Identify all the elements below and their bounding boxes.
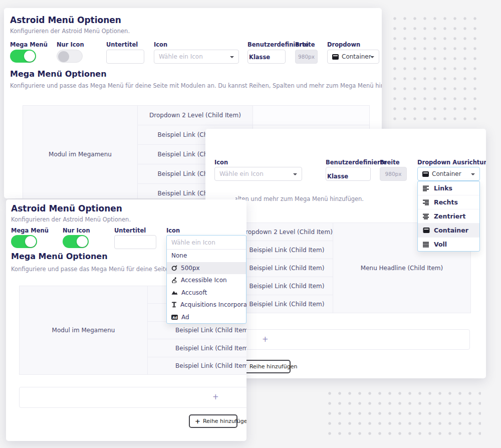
- dropdown-label: Dropdown: [327, 41, 360, 48]
- add-row-button-label: Reihe hinzufügen: [249, 363, 298, 370]
- section-subtitle: Konfiguriere und passe das Mega Menü für…: [10, 82, 382, 89]
- icon-option-ad[interactable]: Ad Ad: [167, 311, 246, 324]
- menu-options-card-right: Icon Benutzerdefinierte Klasse Breite Dr…: [205, 129, 486, 378]
- mega-menu-toggle[interactable]: [10, 50, 36, 63]
- icon-select-placeholder: Wähle ein Icon: [219, 170, 264, 177]
- acquisitions-incorporated-icon: [171, 302, 177, 308]
- align-justify-icon: [423, 242, 430, 248]
- toggle-knob: [77, 236, 88, 247]
- menu-item-cell[interactable]: Beispiel Link (Child Item): [240, 277, 333, 295]
- menu-item-cell[interactable]: Beispiel Link (Child Item): [147, 357, 246, 375]
- chevron-down-icon: [293, 173, 297, 175]
- icon-select[interactable]: Wähle ein Icon: [214, 167, 302, 181]
- untertitel-input[interactable]: [114, 235, 156, 249]
- module-cell[interactable]: Modul im Megamenu: [19, 286, 148, 375]
- toggle-knob: [58, 51, 69, 62]
- dropdown-ausrichtung-select[interactable]: Container: [417, 167, 480, 181]
- module-cell[interactable]: Modul im Megamenu: [23, 105, 138, 198]
- nur-icon-label: Nur Icon: [63, 227, 90, 234]
- container-icon: [423, 228, 430, 233]
- mega-menu-toggle[interactable]: [11, 235, 37, 248]
- icon-option-label: 500px: [181, 265, 200, 272]
- icon-option-accusoft[interactable]: Accusoft: [167, 287, 246, 299]
- accessible-icon: [171, 277, 177, 283]
- dropdown-option-label: Voll: [434, 241, 447, 248]
- icon-option-acquisitions-incorporated[interactable]: Acquisitions Incorporated: [167, 299, 246, 311]
- custom-class-label: Benutzerdefinierte: [326, 159, 387, 166]
- nur-icon-label: Nur Icon: [57, 41, 84, 48]
- untertitel-label: Untertitel: [106, 41, 138, 48]
- plus-icon[interactable]: +: [262, 335, 269, 344]
- 500px-icon: [171, 265, 177, 271]
- icon-label: Icon: [154, 41, 167, 48]
- menu-item-cell[interactable]: Beispiel Link (Child Item): [147, 321, 246, 339]
- chevron-down-icon: [370, 56, 374, 58]
- toggle-knob: [25, 236, 36, 247]
- align-center-icon: [423, 213, 430, 219]
- accusoft-icon: [171, 290, 178, 295]
- icon-select-placeholder: Wähle ein Icon: [159, 53, 203, 60]
- icon-label: Icon: [214, 159, 228, 166]
- dropdown-option-container[interactable]: Container: [418, 223, 479, 237]
- nur-icon-toggle[interactable]: [57, 50, 83, 63]
- page-title: Astroid Menü Optionen: [10, 15, 121, 25]
- menu-item-cell[interactable]: Beispiel Link (Child Item): [240, 259, 333, 277]
- add-row-button-label: Reihe hinzufügen: [203, 418, 246, 424]
- dropdown-option-label: Rechts: [434, 198, 458, 206]
- menu-item-cell[interactable]: Beispiel Link (Child Item): [147, 339, 246, 357]
- dropdown-select[interactable]: Container: [327, 50, 379, 64]
- dot-pattern-top-right: [390, 14, 479, 121]
- icon-search-input[interactable]: Wähle ein Icon: [167, 236, 246, 250]
- section-subtitle: Konfiguriere und passe das Mega Menü für…: [235, 195, 364, 202]
- icon-option-label: Acquisitions Incorporated: [180, 301, 246, 308]
- icon-option-label: None: [171, 252, 187, 259]
- dot-pattern-bottom-right: [325, 388, 481, 437]
- menu-item-cell[interactable]: Dropdown 2 Level (Child Item): [240, 222, 333, 241]
- add-row-button[interactable]: + Reihe hinzufügen: [189, 414, 237, 428]
- icon-option-label: Ad: [181, 314, 189, 321]
- icon-option-accessible-icon[interactable]: Accessible Icon: [167, 274, 246, 287]
- section-subtitle-clip: Konfiguriere und passe das Mega Menü für…: [235, 195, 365, 203]
- dropdown-select-value: Container: [432, 170, 461, 177]
- page-title: Astroid Menü Optionen: [11, 203, 122, 213]
- icon-label: Icon: [166, 227, 180, 234]
- menu-item-cell[interactable]: Dropdown 2 Level (Child Item): [137, 105, 253, 125]
- dropdown-option-label: Container: [434, 227, 468, 234]
- dropdown-option-label: Links: [434, 184, 452, 192]
- dropdown-option-rechts[interactable]: Rechts: [418, 195, 479, 209]
- page-subtitle: Konfigurieren der Astroid Menü Optionen.: [11, 216, 131, 223]
- empty-column-cell[interactable]: [253, 105, 370, 125]
- icon-picker-dropdown: Wähle ein Icon None 500px Accessible Ico…: [166, 235, 246, 324]
- icon-option-500px[interactable]: 500px: [167, 262, 246, 275]
- section-title: Mega Menü Optionen: [11, 252, 108, 261]
- icon-option-label: Accusoft: [181, 289, 207, 296]
- container-icon: [422, 171, 429, 177]
- plus-icon[interactable]: +: [212, 392, 219, 401]
- chevron-down-icon: [230, 56, 234, 58]
- dropdown-option-zentriert[interactable]: Zentriert: [418, 209, 479, 223]
- mega-menu-label: Mega Menü: [10, 41, 48, 48]
- align-left-icon: [423, 185, 430, 191]
- dropdown-option-voll[interactable]: Voll: [418, 237, 479, 251]
- custom-class-label: Benutzerdefinierte: [247, 41, 309, 48]
- container-icon: [332, 54, 339, 60]
- nur-icon-toggle[interactable]: [63, 235, 89, 248]
- menu-item-cell[interactable]: Beispiel Link (Child Item): [240, 241, 333, 259]
- dropdown-select-value: Container: [342, 53, 371, 60]
- breite-input-disabled: 980px: [380, 167, 407, 181]
- custom-class-label-line2: Klasse: [249, 54, 270, 61]
- chevron-down-icon: [471, 173, 475, 175]
- dropdown-ausrichtung-label: Dropdown Ausrichtung: [417, 159, 486, 166]
- svg-text:Ad: Ad: [172, 315, 177, 319]
- dropdown-option-links[interactable]: Links: [418, 181, 479, 195]
- add-column-box[interactable]: [219, 329, 470, 350]
- custom-class-label-line2: Klasse: [327, 173, 348, 180]
- menu-item-cell[interactable]: Beispiel Link (Child Item): [240, 295, 333, 313]
- untertitel-label: Untertitel: [114, 227, 146, 234]
- icon-option-none[interactable]: None: [167, 250, 246, 262]
- icon-select[interactable]: Wähle ein Icon: [154, 50, 239, 64]
- untertitel-input[interactable]: [106, 50, 144, 64]
- ad-icon: Ad: [171, 315, 178, 320]
- app-canvas: Astroid Menü Optionen Konfigurieren der …: [0, 0, 501, 448]
- toggle-knob: [24, 51, 35, 62]
